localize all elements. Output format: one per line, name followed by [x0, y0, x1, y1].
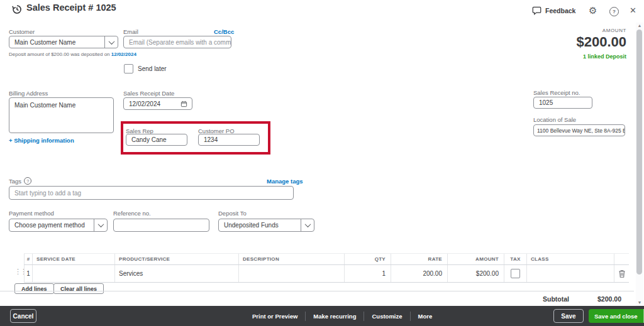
- save-and-close-button[interactable]: Save and close: [589, 309, 643, 323]
- col-header-class: CLASS: [527, 254, 614, 264]
- cell-rate[interactable]: 200.00: [391, 265, 448, 282]
- chevron-down-icon: [97, 221, 104, 227]
- tags-label: Tags: [9, 178, 21, 185]
- send-later-label: Send later: [138, 65, 167, 72]
- page-title: Sales Receipt # 1025: [26, 3, 116, 13]
- payment-method-label: Payment method: [9, 210, 54, 217]
- col-header-rate: RATE: [391, 254, 448, 264]
- location-of-sale-input[interactable]: 1100 Bellevue Way NE, Ste 8A-925 B: [533, 124, 625, 136]
- scroll-down-icon[interactable]: ▼: [636, 300, 643, 305]
- deposit-to-select[interactable]: Undeposited Funds: [218, 219, 314, 232]
- email-label: Email: [123, 28, 138, 35]
- line-items-table: # SERVICE DATE PRODUCT/SERVICE DESCRIPTI…: [24, 253, 629, 283]
- footer-menu: Print or Preview Make recurring Customiz…: [245, 306, 440, 326]
- cell-line-number: 1: [24, 265, 33, 282]
- feedback-label: Feedback: [545, 7, 575, 14]
- chevron-down-icon: [108, 38, 114, 45]
- receipt-date-label: Sales Receipt Date: [123, 90, 174, 97]
- cancel-button[interactable]: Cancel: [10, 309, 36, 323]
- payment-method-toggle[interactable]: [94, 219, 107, 231]
- billing-address-input[interactable]: Main Customer Name: [9, 97, 114, 133]
- receipt-date-value: 12/02/2024: [129, 101, 160, 107]
- receipt-no-label: Sales Receipt no.: [533, 89, 580, 96]
- scrollbar-thumb[interactable]: [636, 30, 642, 274]
- deposit-note: Deposit amount of $200.00 was deposited …: [9, 52, 136, 57]
- chevron-down-icon: [304, 221, 311, 227]
- col-header-service-date: SERVICE DATE: [33, 254, 115, 264]
- send-later-checkbox[interactable]: [124, 64, 133, 73]
- customer-select[interactable]: Main Customer Name: [9, 36, 118, 48]
- footer-bar: Cancel Print or Preview Make recurring C…: [0, 306, 644, 326]
- tags-input[interactable]: Start typing to add a tag: [9, 186, 294, 200]
- cell-description[interactable]: [239, 265, 345, 282]
- gear-icon[interactable]: ⚙: [589, 5, 597, 16]
- col-header-amount: AMOUNT: [448, 254, 504, 264]
- deposit-note-text: Deposit amount of $200.00 was deposited …: [9, 52, 110, 57]
- email-placeholder: Email (Separate emails with a comma): [129, 39, 231, 46]
- receipt-date-input[interactable]: 12/02/2024: [123, 97, 192, 110]
- customer-label: Customer: [9, 28, 35, 35]
- print-or-preview-button[interactable]: Print or Preview: [245, 313, 305, 320]
- table-header-row: # SERVICE DATE PRODUCT/SERVICE DESCRIPTI…: [24, 254, 629, 265]
- ccbcc-link[interactable]: Cc/Bcc: [214, 28, 234, 35]
- subtotal-value: $200.00: [597, 295, 621, 303]
- trash-icon[interactable]: [618, 269, 626, 278]
- tax-checkbox[interactable]: [511, 269, 520, 278]
- col-header-tax: TAX: [504, 254, 527, 264]
- manage-tags-link[interactable]: Manage tags: [267, 178, 303, 185]
- cell-tax: [504, 265, 527, 282]
- tags-label-group: Tags ?: [9, 177, 31, 185]
- payment-method-value: Choose payment method: [14, 222, 85, 229]
- location-of-sale-label: Location of Sale: [533, 116, 576, 123]
- tags-help-icon[interactable]: ?: [24, 177, 31, 185]
- tags-placeholder: Start typing to add a tag: [14, 190, 81, 197]
- feedback-button[interactable]: Feedback: [532, 6, 575, 15]
- customer-select-toggle[interactable]: [104, 36, 118, 48]
- customer-value: Main Customer Name: [14, 39, 75, 46]
- receipt-no-input[interactable]: 1025: [533, 97, 592, 109]
- deposit-to-value: Undeposited Funds: [224, 222, 279, 229]
- col-header-product-service: PRODUCT/SERVICE: [115, 254, 239, 264]
- deposit-date-link[interactable]: 12/02/2024: [111, 52, 136, 57]
- calendar-icon[interactable]: [180, 101, 187, 107]
- amount-value: $200.00: [576, 34, 626, 50]
- scroll-up-icon[interactable]: ▲: [636, 23, 643, 28]
- subtotal-row: Subtotal $200.00: [0, 291, 634, 306]
- billing-address-label: Billing Address: [9, 90, 48, 97]
- subtotal-label: Subtotal: [543, 295, 569, 303]
- cell-amount: $200.00: [448, 265, 504, 282]
- cell-class[interactable]: [527, 265, 614, 282]
- deposit-to-label: Deposit To: [218, 210, 247, 217]
- save-and-close-split-button: Save and close: [589, 309, 644, 323]
- annotation-highlight-box: [121, 121, 270, 155]
- sales-receipt-window: Sales Receipt # 1025 Feedback ⚙ ? ✕ Cust…: [0, 0, 644, 326]
- cell-qty[interactable]: 1: [345, 265, 391, 282]
- help-icon[interactable]: ?: [609, 7, 619, 16]
- reference-no-label: Reference no.: [113, 210, 151, 217]
- more-button[interactable]: More: [411, 313, 440, 320]
- customize-button[interactable]: Customize: [364, 313, 409, 320]
- clock-history-icon: [11, 4, 23, 15]
- location-of-sale-value: 1100 Bellevue Way NE, Ste 8A-925 B: [537, 128, 625, 134]
- amount-label: AMOUNT: [602, 28, 626, 33]
- table-row: 1 Services 1 200.00 $200.00: [24, 265, 629, 283]
- col-header-qty: QTY: [345, 254, 391, 264]
- col-header-description: DESCRIPTION: [239, 254, 345, 264]
- vertical-scrollbar[interactable]: ▲ ▼: [636, 23, 643, 306]
- cell-service-date[interactable]: [33, 265, 115, 282]
- payment-method-select[interactable]: Choose payment method: [9, 219, 108, 232]
- billing-address-value: Main Customer Name: [14, 102, 75, 109]
- close-icon[interactable]: ✕: [630, 6, 636, 15]
- save-button[interactable]: Save: [553, 309, 584, 323]
- cell-product-service[interactable]: Services: [115, 265, 239, 282]
- receipt-no-value: 1025: [539, 99, 553, 106]
- speech-bubble-icon: [532, 6, 541, 15]
- email-input[interactable]: Email (Separate emails with a comma): [123, 36, 231, 48]
- deposit-to-toggle[interactable]: [301, 219, 314, 231]
- col-header-num: #: [24, 254, 33, 264]
- shipping-information-link[interactable]: + Shipping information: [9, 137, 74, 144]
- make-recurring-button[interactable]: Make recurring: [306, 313, 364, 320]
- reference-no-input[interactable]: [113, 219, 209, 232]
- linked-deposit-link[interactable]: 1 linked Deposit: [583, 53, 626, 60]
- cell-actions: [614, 265, 629, 282]
